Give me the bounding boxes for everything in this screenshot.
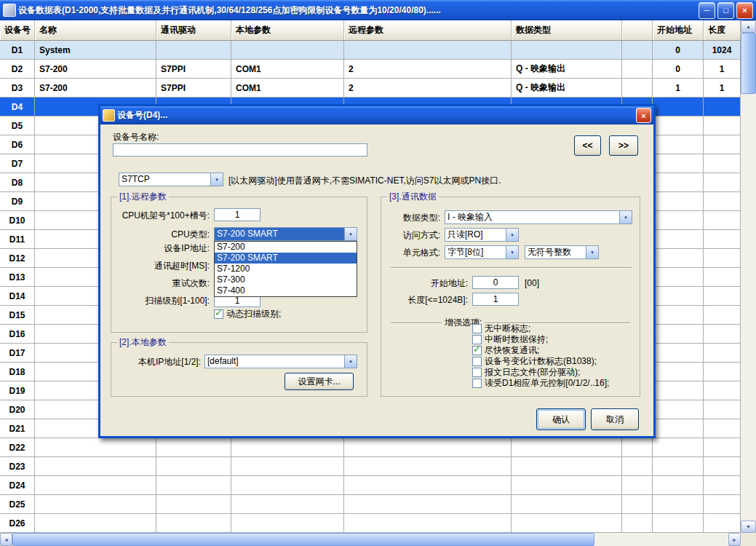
- vertical-scrollbar[interactable]: ▲ ▼: [741, 20, 756, 533]
- column-header[interactable]: 设备号: [0, 20, 35, 40]
- start-address-input[interactable]: [472, 276, 519, 289]
- driver-select[interactable]: S7TCP ▼: [119, 173, 223, 186]
- chevron-down-icon[interactable]: ▼: [344, 228, 357, 240]
- table-row[interactable]: D1System01024: [0, 41, 741, 60]
- enhanced-option[interactable]: ✓设备号变化计数标志(B1038);: [472, 356, 609, 367]
- chevron-down-icon[interactable]: ▼: [506, 246, 518, 258]
- horizontal-scrollbar[interactable]: ◄ ►: [0, 533, 741, 546]
- table-cell: [653, 381, 704, 400]
- table-cell: D6: [0, 135, 35, 154]
- vertical-scroll-thumb[interactable]: [741, 33, 756, 94]
- cpu-option[interactable]: S7-400: [215, 285, 357, 296]
- checkbox[interactable]: ✓: [214, 309, 223, 319]
- column-header[interactable]: 名称: [35, 20, 156, 40]
- app-window: 设备数据表(D1-2000,支持批量数据及并行通讯机制,30/64/128/25…: [0, 0, 756, 546]
- scroll-down-button[interactable]: ▼: [741, 521, 756, 533]
- table-row[interactable]: D25: [0, 495, 741, 514]
- chevron-down-icon[interactable]: ▼: [619, 211, 632, 223]
- chevron-down-icon[interactable]: ▼: [506, 229, 518, 241]
- minimize-button[interactable]: ─: [699, 2, 715, 19]
- dialog-title: 设备号(D4)...: [117, 109, 634, 122]
- dynamic-scan-checkbox[interactable]: ✓ 动态扫描级别;: [214, 309, 281, 320]
- table-cell: COM1: [231, 79, 344, 97]
- column-header[interactable]: 长度: [704, 20, 741, 40]
- configure-nic-button[interactable]: 设置网卡...: [285, 373, 354, 390]
- scroll-left-button[interactable]: ◄: [0, 533, 12, 546]
- horizontal-scroll-thumb[interactable]: [12, 533, 594, 546]
- table-cell: 1: [704, 79, 741, 97]
- number-format-select[interactable]: 无符号整数 ▼: [525, 245, 599, 259]
- chevron-down-icon[interactable]: ▼: [344, 355, 357, 368]
- checkbox[interactable]: ✓: [472, 379, 482, 388]
- scroll-up-button[interactable]: ▲: [741, 20, 756, 33]
- maximize-button[interactable]: □: [717, 2, 734, 19]
- table-cell: [35, 457, 156, 475]
- enhanced-option[interactable]: ✓中断时数据保持;: [472, 334, 609, 345]
- table-cell: [231, 514, 344, 532]
- left-arrow-icon: ◄: [4, 537, 9, 542]
- table-row[interactable]: D2S7-200S7PPICOM12Q - 映象输出01: [0, 60, 741, 79]
- table-cell: D8: [0, 173, 35, 191]
- local-ip-select[interactable]: [default] ▼: [204, 355, 357, 368]
- table-cell: [704, 363, 741, 381]
- dialog-icon: [103, 109, 115, 122]
- checkbox[interactable]: ✓: [472, 346, 482, 355]
- cpu-type-value: S7-200 SMART: [215, 228, 344, 240]
- table-cell: [622, 60, 653, 78]
- table-cell: [344, 438, 512, 456]
- enhanced-option[interactable]: ✓读受D1相应单元控制[0/1/2/..16];: [472, 378, 609, 389]
- data-type-select[interactable]: I - 映象输入 ▼: [445, 210, 632, 224]
- table-cell: [704, 268, 741, 286]
- table-cell: [344, 457, 512, 475]
- cpu-option[interactable]: S7-200: [215, 242, 357, 253]
- close-icon: ×: [742, 6, 747, 15]
- table-cell: D17: [0, 344, 35, 362]
- chevron-down-icon[interactable]: ▼: [210, 173, 223, 186]
- start-address-hint: [00]: [525, 278, 539, 288]
- column-header[interactable]: 通讯驱动: [156, 20, 231, 40]
- checkbox[interactable]: ✓: [472, 368, 482, 377]
- table-cell: [622, 476, 653, 494]
- column-header[interactable]: 远程参数: [344, 20, 512, 40]
- checkbox[interactable]: ✓: [472, 357, 482, 366]
- vertical-scroll-track[interactable]: [741, 33, 756, 521]
- column-header[interactable]: 开始地址: [653, 20, 704, 40]
- table-row[interactable]: D23: [0, 457, 741, 476]
- enhanced-option[interactable]: ✓无中断标志;: [472, 323, 609, 334]
- cpu-option[interactable]: S7-300: [215, 274, 357, 285]
- table-cell: [344, 476, 512, 494]
- length-input[interactable]: [472, 293, 519, 306]
- close-button[interactable]: ×: [736, 2, 753, 19]
- cpu-type-select[interactable]: S7-200 SMART ▼: [214, 227, 357, 241]
- access-mode-select[interactable]: 只读[RO] ▼: [445, 228, 519, 242]
- table-cell: D7: [0, 154, 35, 173]
- ok-button[interactable]: 确认: [536, 408, 586, 430]
- table-row[interactable]: D24: [0, 476, 741, 495]
- table-cell: [156, 438, 231, 456]
- device-name-label: 设备号名称:: [113, 132, 159, 142]
- prev-device-button[interactable]: <<: [574, 135, 601, 156]
- rack-slot-input[interactable]: [214, 208, 260, 221]
- dialog-close-button[interactable]: ×: [636, 108, 651, 123]
- cpu-option[interactable]: S7-1200: [215, 264, 357, 274]
- cancel-button[interactable]: 取消: [591, 408, 639, 430]
- column-header[interactable]: [622, 20, 653, 40]
- next-device-button[interactable]: >>: [609, 135, 638, 156]
- checkbox[interactable]: ✓: [472, 324, 482, 333]
- column-header[interactable]: 数据类型: [512, 20, 622, 40]
- horizontal-scroll-track[interactable]: [12, 533, 728, 546]
- table-row[interactable]: D22: [0, 438, 741, 457]
- table-row[interactable]: D26: [0, 514, 741, 533]
- title-bar: 设备数据表(D1-2000,支持批量数据及并行通讯机制,30/64/128/25…: [0, 0, 756, 20]
- column-header[interactable]: 本地参数: [231, 20, 344, 40]
- checkbox-label: 动态扫描级别;: [226, 308, 281, 320]
- enhanced-option[interactable]: ✓报文日志文件(部分驱动);: [472, 367, 609, 378]
- chevron-down-icon[interactable]: ▼: [586, 246, 598, 258]
- check-icon: ✓: [215, 308, 223, 317]
- device-name-input[interactable]: [113, 143, 367, 157]
- cpu-option[interactable]: S7-200 SMART: [215, 253, 357, 264]
- enhanced-option[interactable]: ✓尽快恢复通讯;: [472, 345, 609, 356]
- scroll-right-button[interactable]: ►: [728, 533, 741, 546]
- unit-format-select[interactable]: 字节[8位] ▼: [445, 245, 519, 259]
- table-row[interactable]: D3S7-200S7PPICOM12Q - 映象输出11: [0, 79, 741, 98]
